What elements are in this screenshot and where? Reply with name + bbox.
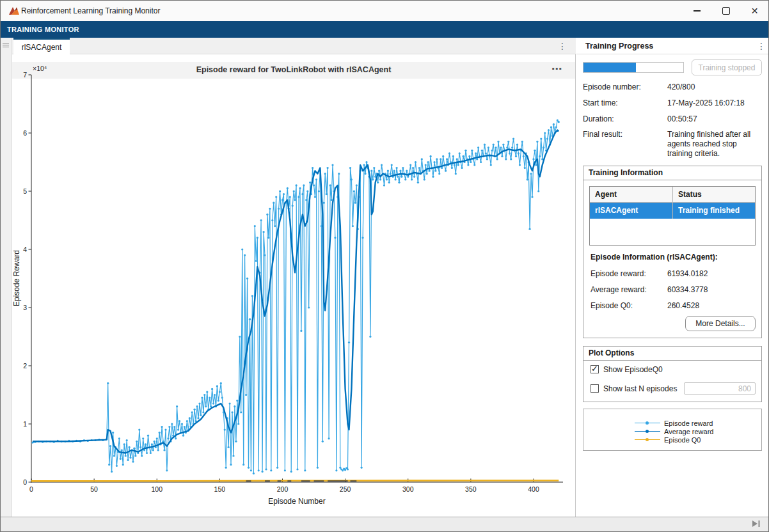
- toolstrip-ribbon: [1, 21, 768, 38]
- tabstrip-kebab-menu-icon[interactable]: ⋮: [557, 39, 568, 53]
- tab-training-monitor[interactable]: TRAINING MONITOR: [7, 26, 79, 33]
- legend-item-episode-reward[interactable]: Episode reward: [635, 419, 713, 427]
- svg-text:5: 5: [23, 187, 27, 195]
- agent-cell: rlSACAgent: [590, 203, 673, 219]
- episode-information-title: Episode Information (rlSACAgent):: [591, 253, 718, 262]
- close-icon: ✕: [751, 6, 759, 16]
- left-rail: [1, 38, 12, 517]
- svg-text:7: 7: [23, 71, 27, 79]
- final-result-value: Training finished after all agents reach…: [667, 130, 762, 159]
- close-button[interactable]: ✕: [740, 1, 769, 21]
- svg-text:50: 50: [90, 485, 98, 493]
- svg-text:100: 100: [151, 485, 163, 493]
- svg-text:4: 4: [23, 246, 27, 253]
- training-progress-kebab-menu-icon[interactable]: ⋮: [756, 39, 767, 53]
- tab-rlsacagent[interactable]: rlSACAgent: [13, 38, 70, 54]
- svg-text:400: 400: [528, 485, 539, 493]
- svg-text:1: 1: [23, 420, 27, 428]
- average-reward-label: Average reward:: [591, 285, 647, 294]
- svg-text:Episode Number: Episode Number: [268, 497, 325, 506]
- episode-reward-line-icon: [635, 423, 660, 424]
- training-information-title: Training Information: [583, 166, 761, 180]
- training-progress-title: Training Progress: [585, 42, 653, 51]
- svg-text:×10⁴: ×10⁴: [33, 65, 47, 72]
- minimize-button[interactable]: [683, 1, 711, 21]
- svg-text:150: 150: [214, 485, 226, 493]
- episode-number-label: Episode number:: [583, 82, 641, 91]
- svg-text:Episode Reward: Episode Reward: [12, 250, 21, 306]
- last-n-episodes-input[interactable]: [684, 382, 756, 395]
- training-progress-bar: [583, 62, 684, 73]
- training-progress-fill: [583, 63, 636, 72]
- svg-text:0: 0: [23, 478, 27, 486]
- svg-text:6: 6: [23, 129, 27, 137]
- average-reward-value: 60334.3778: [667, 285, 708, 294]
- status-cell: Training finished: [673, 203, 755, 219]
- svg-text:200: 200: [277, 485, 289, 493]
- legend-panel: Episode reward Average reward Episode Q0: [583, 409, 762, 451]
- status-column-header: Status: [673, 187, 755, 202]
- panel-grip-icon[interactable]: [3, 42, 10, 51]
- svg-text:2: 2: [23, 362, 27, 370]
- figure-panel: Episode reward for TwoLinkRobot with rlS…: [12, 54, 576, 517]
- legend-label: Average reward: [664, 428, 713, 435]
- svg-text:350: 350: [465, 485, 477, 493]
- reward-chart-svg: 05010015020025030035040001234567×10⁴Epis…: [12, 65, 575, 512]
- window-title: Reinforcement Learning Training Monitor: [21, 6, 160, 15]
- legend-item-average-reward[interactable]: Average reward: [635, 427, 713, 435]
- more-details-button[interactable]: More Details...: [685, 316, 756, 331]
- maximize-icon: [722, 7, 730, 15]
- table-row-rlsacagent[interactable]: rlSACAgent Training finished: [590, 203, 755, 219]
- legend-label: Episode reward: [664, 419, 713, 427]
- checkbox-icon: [591, 365, 599, 373]
- legend-item-episode-q0[interactable]: Episode Q0: [635, 435, 701, 444]
- svg-text:250: 250: [340, 485, 351, 493]
- episode-reward-label: Episode reward:: [591, 269, 646, 278]
- duration-label: Duration:: [583, 114, 614, 123]
- status-bar: [1, 517, 768, 532]
- title-bar: Reinforcement Learning Training Monitor …: [1, 1, 768, 21]
- episode-q0-label: Episode Q0:: [591, 301, 633, 310]
- checkbox-icon: [591, 384, 599, 393]
- agent-column-header: Agent: [590, 187, 673, 202]
- episode-q0-value: 260.4528: [667, 301, 699, 310]
- duration-value: 00:50:57: [667, 114, 762, 124]
- start-time-label: Start time:: [583, 98, 618, 107]
- show-last-n-checkbox[interactable]: Show last N episodes: [591, 384, 677, 393]
- episode-q0-line-icon: [635, 439, 660, 441]
- agent-status-table: Agent Status rlSACAgent Training finishe…: [589, 186, 756, 246]
- matlab-logo-icon: [8, 5, 20, 17]
- document-tab-strip: [12, 38, 576, 54]
- episode-number-value: 420/800: [667, 82, 762, 92]
- maximize-button[interactable]: [711, 1, 740, 21]
- svg-text:0: 0: [29, 485, 33, 493]
- legend-label: Episode Q0: [664, 436, 701, 444]
- episode-reward-value: 61934.0182: [667, 269, 708, 278]
- svg-text:300: 300: [402, 485, 414, 493]
- minimize-icon: [694, 10, 701, 12]
- final-result-label: Final result:: [583, 130, 622, 139]
- expand-panel-icon[interactable]: [752, 520, 761, 528]
- app-window: Reinforcement Learning Training Monitor …: [0, 0, 769, 532]
- start-time-value: 17-May-2025 16:07:18: [667, 98, 762, 108]
- plot-options-title: Plot Options: [583, 347, 761, 361]
- svg-text:3: 3: [23, 304, 27, 311]
- show-episodeq0-label: Show EpisodeQ0: [603, 365, 663, 374]
- show-episodeq0-checkbox[interactable]: Show EpisodeQ0: [591, 365, 663, 374]
- table-header-row: Agent Status: [590, 187, 755, 203]
- average-reward-line-icon: [635, 431, 660, 432]
- training-stopped-button[interactable]: Training stopped: [692, 59, 762, 75]
- show-last-n-label: Show last N episodes: [603, 384, 677, 393]
